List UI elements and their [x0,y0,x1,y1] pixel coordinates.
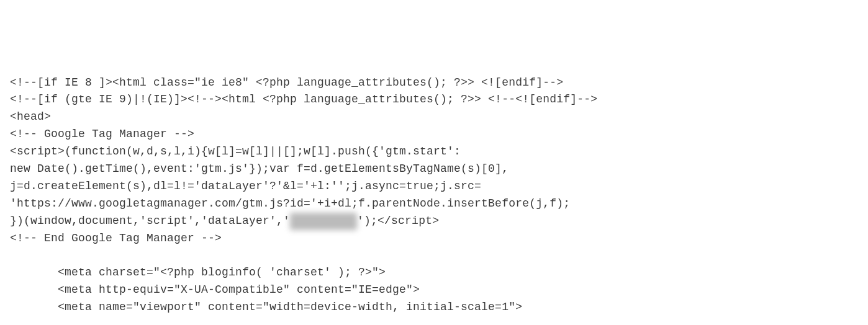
code-line: <!-- Google Tag Manager --> [10,128,194,140]
code-line: })(window,document,'script','dataLayer',… [10,215,439,227]
code-line: <!-- End Google Tag Manager --> [10,232,222,244]
code-line: j=d.createElement(s),dl=l!='dataLayer'?'… [10,180,481,192]
code-line: <meta http-equiv="X-UA-Compatible" conte… [10,283,420,296]
code-line: <meta name="viewport" content="width=dev… [10,301,522,313]
code-line: <head> [10,110,51,123]
code-line: <meta charset="<?php bloginfo( 'charset'… [10,266,386,278]
code-line: 'https://www.googletagmanager.com/gtm.js… [10,197,570,210]
code-fragment: ');</script> [357,215,439,227]
code-line: <!--[if (gte IE 9)|!(IE)]><!--><html <?p… [10,93,597,105]
code-line: <script>(function(w,d,s,l,i){w[l]=w[l]||… [10,145,461,158]
code-snippet: <!--[if IE 8 ]><html class="ie ie8" <?ph… [10,74,858,316]
code-line: <!--[if IE 8 ]><html class="ie ie8" <?ph… [10,76,563,89]
code-line: new Date().getTime(),event:'gtm.js'});va… [10,162,509,175]
code-fragment: })(window,document,'script','dataLayer',… [10,215,290,227]
redacted-gtm-id: GTM-XXXXXX [290,213,357,230]
